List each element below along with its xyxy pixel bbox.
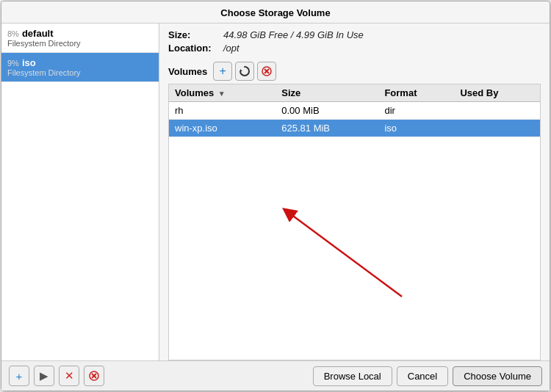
delete-volume-button[interactable] [257,62,276,81]
storage-item-iso-percent: 9% [7,59,19,68]
size-row: Size: 44.98 GiB Free / 4.99 GiB In Use [168,29,541,40]
add-volume-button[interactable]: + [213,62,232,81]
delete-icon [262,66,272,76]
cell-usedby-winxp [454,120,540,137]
choose-volume-button[interactable]: Choose Volume [453,366,542,386]
col-used-by: Used By [454,84,540,102]
cell-usedby-rh [454,102,540,120]
table-area: Volumes ▼ Size Format Used By rh [159,84,550,360]
storage-item-default-row: 8% default [7,28,153,39]
cell-format-rh: dir [378,102,454,120]
dialog-body: 8% default Filesystem Directory 9% iso F… [1,23,550,360]
left-add-button[interactable]: + [9,366,29,386]
left-play-button[interactable]: ▶ [34,366,54,386]
storage-item-iso-row: 9% iso [7,57,153,68]
storage-item-iso[interactable]: 9% iso Filesystem Directory [1,53,159,82]
cell-size-winxp: 625.81 MiB [276,120,378,137]
location-label: Location: [168,43,223,54]
svg-marker-0 [240,69,242,71]
storage-item-default-percent: 8% [7,29,19,38]
dialog-window: Choose Storage Volume 8% default Filesys… [1,1,550,391]
left-stop-button[interactable] [84,366,104,386]
dialog-title: Choose Storage Volume [1,1,550,23]
storage-item-default-type: Filesystem Directory [7,39,153,48]
col-format: Format [378,84,454,102]
stop-icon [89,371,99,381]
volumes-table: Volumes ▼ Size Format Used By rh [169,84,540,137]
storage-item-default-name: default [22,28,54,39]
volumes-table-wrapper[interactable]: Volumes ▼ Size Format Used By rh [168,84,541,360]
refresh-button[interactable] [235,62,254,81]
left-delete-button[interactable]: ✕ [59,366,79,386]
right-panel: Size: 44.98 GiB Free / 4.99 GiB In Use L… [159,23,550,360]
left-panel: 8% default Filesystem Directory 9% iso F… [1,23,159,360]
storage-item-iso-type: Filesystem Directory [7,68,153,77]
bottom-bar: + ▶ ✕ Browse Local Cancel Choose Volume [1,360,550,391]
cell-size-rh: 0.00 MiB [276,102,378,120]
cell-name-winxp: win-xp.iso [169,120,276,137]
table-row-selected[interactable]: win-xp.iso 625.81 MiB iso [169,120,540,137]
size-label: Size: [168,29,223,40]
cell-format-winxp: iso [378,120,454,137]
table-header-row: Volumes ▼ Size Format Used By [169,84,540,102]
volumes-toolbar: Volumes + [159,59,550,84]
sort-arrow-icon: ▼ [218,90,226,98]
storage-item-iso-name: iso [22,57,36,68]
volumes-label: Volumes [168,66,207,77]
location-value: /opt [223,43,240,54]
col-size: Size [276,84,378,102]
cell-name-rh: rh [169,102,276,120]
size-value: 44.98 GiB Free / 4.99 GiB In Use [223,29,364,40]
browse-local-button[interactable]: Browse Local [313,366,392,386]
info-section: Size: 44.98 GiB Free / 4.99 GiB In Use L… [159,23,550,59]
table-row[interactable]: rh 0.00 MiB dir [169,102,540,120]
col-volumes: Volumes ▼ [169,84,276,102]
location-row: Location: /opt [168,43,541,54]
cancel-button[interactable]: Cancel [397,366,448,386]
storage-item-default[interactable]: 8% default Filesystem Directory [1,23,159,53]
refresh-icon [240,66,250,76]
